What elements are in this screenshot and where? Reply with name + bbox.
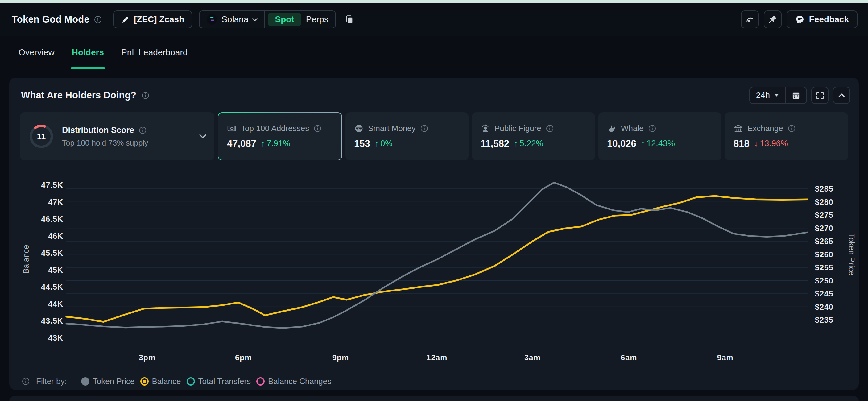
arrow-icon: ↑ [514,139,518,148]
panel-title: What Are Holders Doing? [21,90,136,101]
y-axis-label-right: $260 [815,250,833,259]
tab-spot[interactable]: Spot [268,13,301,26]
y-axis-label-left: 43K [48,334,63,342]
calendar-button[interactable] [786,91,806,100]
token-select-label: [ZEC] Zcash [134,14,184,24]
chain-label: Solana [221,14,248,24]
token-select-button[interactable]: [ZEC] Zcash [113,10,192,28]
legend-item-balance[interactable]: Balance [141,377,181,386]
y-axis-label-right: $235 [815,315,833,324]
stat-card-smart-money[interactable]: Smart Money 153 ↑0% [345,112,469,160]
y-axis-label-right: $240 [815,303,833,311]
chart-series [66,183,808,328]
y-axis-label-left: 45K [48,266,63,274]
time-range-value: 24h [756,91,770,100]
tab-perps[interactable]: Perps [302,14,335,24]
holders-activity-panel: What Are Holders Doing? 24h [9,78,859,390]
info-icon[interactable] [313,124,322,133]
distribution-score-card[interactable]: 11 Distribution Score Top 100 hold 73% s… [20,112,214,160]
y-axis-label-right: $245 [815,289,833,298]
stat-change: ↑7.91% [261,139,290,148]
cash-icon [227,124,237,133]
holders-chart[interactable]: $285$280$275$270$265$260$255$250$245$240… [9,166,859,374]
legend-items: Token PriceBalanceTotal TransfersBalance… [75,377,332,386]
info-icon[interactable] [648,124,656,133]
feedback-button[interactable]: Feedback [786,10,858,28]
chain-select[interactable]: Solana [199,11,265,28]
stat-change: ↑5.22% [514,139,543,148]
chart-filter-legend: Filter by: Token PriceBalanceTotal Trans… [22,374,331,388]
legend-item-token-price[interactable]: Token Price [81,377,135,386]
legend-item-balance-changes[interactable]: Balance Changes [256,377,331,386]
chart-gridlines [66,189,808,320]
stat-change-value: 12.43% [647,139,675,148]
token-price-line [66,183,808,328]
pin-button[interactable] [764,10,782,28]
info-icon[interactable] [141,91,150,100]
y-axis-label-left: 43.5K [41,316,63,325]
info-icon[interactable] [420,124,429,133]
arrow-icon: ↑ [641,139,645,148]
stat-value: 153 [354,138,370,149]
stat-card-row: 11 Distribution Score Top 100 hold 73% s… [20,112,848,160]
right-axis-title: Token Price [847,234,856,275]
y-axis-label-left: 44.5K [41,282,63,291]
x-axis-label: 6am [621,353,637,362]
y-axis-label-left: 44K [48,300,63,308]
stat-change: ↑12.43% [641,139,675,148]
time-range-dropdown[interactable]: 24h [750,91,785,100]
feedback-label: Feedback [809,14,849,24]
chevron-down-icon [252,18,257,21]
tab-holders[interactable]: Holders [72,36,104,69]
legend-label: Balance Changes [268,377,331,386]
spot-label: Spot [275,14,294,24]
stat-value: 818 [734,138,749,149]
x-axis-label: 9am [717,353,734,362]
legend-marker [141,377,149,385]
legend-caption: Filter by: [36,377,67,386]
stat-card-whale[interactable]: Whale 10,026 ↑12.43% [598,112,721,160]
collapse-button[interactable] [833,87,850,104]
tab-overview-label: Overview [19,48,55,57]
legend-marker [81,377,89,385]
stat-change: ↑0% [375,139,393,148]
header: Token God Mode [ZEC] Zcash Solana Spot P… [0,3,868,36]
distribution-score-subtitle: Top 100 hold 73% supply [62,138,148,148]
eye-icon [745,15,754,24]
info-icon[interactable] [787,124,796,133]
y-axis-label-left: 47.5K [41,181,63,189]
stat-value: 11,582 [480,138,509,149]
x-axis-label: 6pm [235,353,252,362]
distribution-score-value: 11 [37,132,46,141]
info-icon[interactable] [138,126,147,134]
public-figure-icon [480,124,490,133]
stat-card-public-figure[interactable]: Public Figure 11,582 ↑5.22% [472,112,595,160]
info-icon[interactable] [546,124,554,133]
info-icon[interactable] [22,377,30,385]
stat-label: Public Figure [494,124,541,133]
legend-item-total-transfers[interactable]: Total Transfers [187,377,251,386]
watchlist-button[interactable] [741,10,759,28]
header-actions: Feedback [741,10,858,28]
legend-label: Token Price [93,377,135,386]
divider [265,10,265,28]
copy-button[interactable] [343,13,356,26]
distribution-score-text: Distribution Score Top 100 hold 73% supp… [62,126,148,148]
panel-controls: 24h [749,87,850,104]
x-axis-label: 3pm [139,353,155,362]
chart-axis-labels: $285$280$275$270$265$260$255$250$245$240… [22,181,856,362]
stat-card-exchange[interactable]: Exchange 818 ↓13.96% [725,112,848,160]
stat-card-top-100-addresses[interactable]: Top 100 Addresses 47,087 ↑7.91% [218,112,342,160]
tab-pnl-leaderboard[interactable]: PnL Leaderboard [121,36,188,69]
y-axis-label-right: $275 [815,211,833,219]
y-axis-label-right: $280 [815,198,833,206]
whale-icon [607,124,617,133]
legend-marker [187,377,195,385]
exchange-icon [734,124,743,133]
solana-icon [206,14,217,25]
info-icon[interactable] [94,16,102,24]
fullscreen-button[interactable] [811,87,829,104]
left-axis-title: Balance [22,245,30,274]
x-axis-label: 3am [524,353,541,362]
tab-overview[interactable]: Overview [19,36,55,69]
